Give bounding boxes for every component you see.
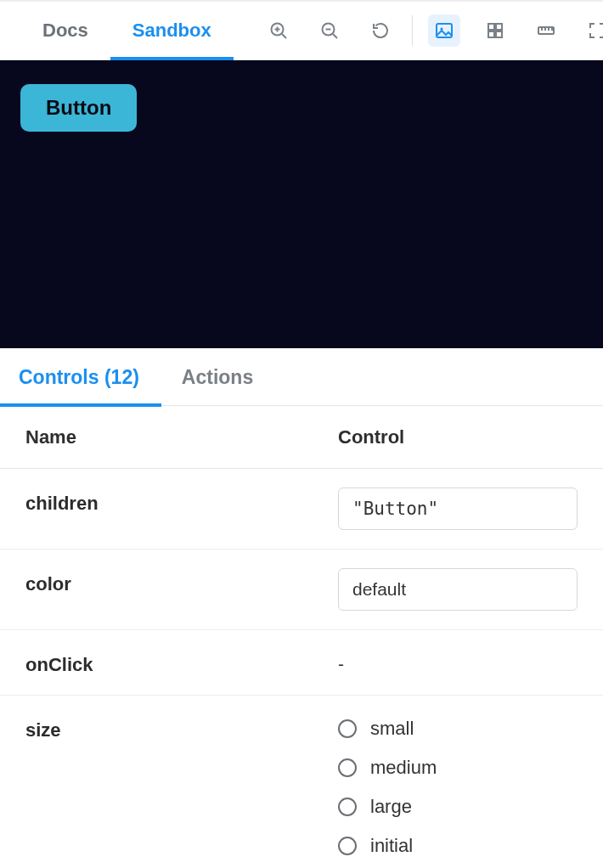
prop-name-size: size xyxy=(25,714,338,741)
radio-icon xyxy=(338,837,357,855)
tab-actions[interactable]: Actions xyxy=(182,348,253,406)
fullscreen-button[interactable] xyxy=(581,14,603,47)
controls-table-header: Name Control xyxy=(0,406,603,469)
zoom-out-button[interactable] xyxy=(313,14,346,47)
radio-icon xyxy=(338,798,357,816)
preview-button[interactable]: Button xyxy=(20,84,137,132)
preview-button-label: Button xyxy=(46,96,111,119)
control-row-color: color xyxy=(0,550,603,630)
grid-view-button[interactable] xyxy=(479,14,511,47)
size-option-small[interactable]: small xyxy=(338,718,578,740)
header-control: Control xyxy=(338,426,404,448)
size-option-large[interactable]: large xyxy=(338,796,578,818)
tab-controls[interactable]: Controls (12) xyxy=(19,348,139,406)
header-name: Name xyxy=(25,426,338,448)
prop-name-color: color xyxy=(25,568,338,595)
top-toolbar: Docs Sandbox xyxy=(0,0,603,60)
svg-rect-11 xyxy=(488,31,494,37)
tab-controls-label: Controls (12) xyxy=(19,366,139,388)
svg-rect-12 xyxy=(496,31,502,37)
svg-rect-7 xyxy=(437,24,452,37)
tab-sandbox[interactable]: Sandbox xyxy=(110,2,234,59)
children-input[interactable] xyxy=(338,488,578,530)
zoom-out-icon xyxy=(319,20,340,41)
size-radio-group: small medium large initial xyxy=(338,714,578,857)
prop-name-children: children xyxy=(25,488,338,515)
ruler-icon xyxy=(536,20,556,41)
size-option-medium[interactable]: medium xyxy=(338,757,578,779)
size-option-label: medium xyxy=(370,757,437,779)
svg-line-1 xyxy=(282,34,286,38)
zoom-in-button[interactable] xyxy=(262,14,295,47)
preview-canvas: Button xyxy=(0,60,603,348)
radio-icon xyxy=(338,758,357,777)
toolbar-separator-2 xyxy=(412,15,413,46)
control-row-onclick: onClick - xyxy=(0,630,603,696)
grid-view-icon xyxy=(485,20,505,41)
view-tabs: Docs Sandbox xyxy=(20,2,234,59)
size-option-label: initial xyxy=(370,835,413,857)
onclick-value: - xyxy=(338,649,578,674)
image-view-icon xyxy=(434,20,454,41)
svg-line-5 xyxy=(333,34,337,38)
ruler-button[interactable] xyxy=(530,14,562,47)
reset-zoom-button[interactable] xyxy=(364,14,397,47)
zoom-in-icon xyxy=(268,20,289,41)
size-option-label: small xyxy=(370,718,414,740)
control-row-children: children xyxy=(0,469,603,550)
color-select[interactable] xyxy=(338,568,578,611)
tab-sandbox-label: Sandbox xyxy=(132,20,211,42)
reset-zoom-icon xyxy=(370,20,391,41)
control-row-size: size small medium large initial xyxy=(0,696,603,868)
radio-icon xyxy=(338,719,357,738)
svg-rect-10 xyxy=(496,24,502,30)
fullscreen-icon xyxy=(587,20,603,41)
addon-panel-tabs: Controls (12) Actions xyxy=(0,348,603,406)
prop-name-onclick: onClick xyxy=(25,649,338,676)
toolbar-icons xyxy=(262,14,603,47)
image-view-button[interactable] xyxy=(428,14,460,47)
size-option-label: large xyxy=(370,796,412,818)
tab-actions-label: Actions xyxy=(182,366,253,388)
tab-docs[interactable]: Docs xyxy=(20,2,110,59)
tab-docs-label: Docs xyxy=(42,20,88,42)
svg-rect-9 xyxy=(488,24,494,30)
size-option-initial[interactable]: initial xyxy=(338,835,578,857)
